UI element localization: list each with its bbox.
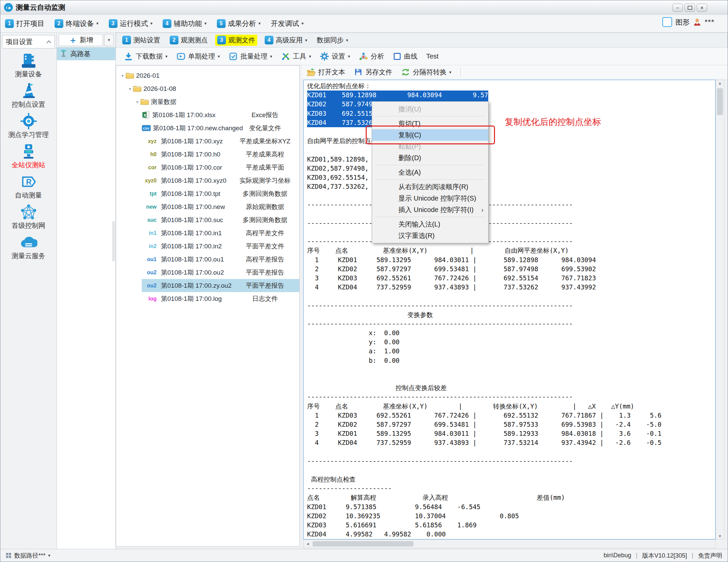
tree-file-body: suc第0108-1期 17:00.suc多测回测角数据 [142,213,299,226]
tree-file-row[interactable]: ou2第0108-1期 17:00.zy.ou2平面平差报告 [116,279,299,292]
project-panel-scrollbar[interactable] [112,221,115,261]
sidebar-item-control-point-setting[interactable]: 控制点设置 [0,82,57,112]
data-path-label[interactable]: 数据路径*** [14,552,45,560]
viewer-toolbar-button-delimiter-convert[interactable]: 分隔符转换▾ [401,68,452,77]
context-menu-item-hanzi-reselect[interactable]: 汉字重选(R) [372,230,488,241]
sidebar-header[interactable]: 项目设置 [2,35,55,48]
viewer-toolbar-button-open-text[interactable]: 打开文本 [306,68,345,77]
context-menu-item-select-all[interactable]: 全选(A) [372,167,488,178]
scroll-up-icon[interactable]: ▲ [716,81,724,85]
scroll-down-icon[interactable]: ▼ [716,534,724,538]
tree-folder-row[interactable]: ▾2026-01-08 [116,82,299,95]
tab-number-badge: 4 [265,36,273,44]
sidebar-item-point-learning[interactable]: 测点学习管理 [0,112,57,143]
tree-file-row[interactable]: in1第0108-1期 17:00.in1高程平差文件 [116,226,299,240]
toolbar-button-test[interactable]: Test [424,51,441,62]
sidebar-item-cloud-service[interactable]: 测量云服务 [0,234,57,264]
text-line: 1 KZD01 589.13295 984.03011 | 589.12898 … [307,255,715,265]
menu-item-open-project[interactable]: 1打开项目 [5,19,44,28]
tree-file-row[interactable]: log第0108-1期 17:00.log日志文件 [116,292,299,305]
scrollbar-corner [716,539,724,548]
tab-data-sync[interactable]: 数据同步▾ [315,35,351,46]
sidebar-item-auto-measure[interactable]: R自动测量 [0,173,57,203]
context-menu-item-close-ime[interactable]: 关闭输入法(L) [372,218,488,230]
toolbar-button-tools[interactable]: 工具▾ [278,50,314,62]
tree-file-row[interactable]: ou2第0108-1期 17:00.ou2平面平差报告 [116,266,299,279]
open-icon [306,68,316,76]
vertical-scroll-thumb[interactable] [717,88,723,115]
tree-file-row[interactable]: h0第0108-1期 17:00.h0平差成果高程 [116,148,299,161]
project-panel: ＋ 新增 ▼ 高路基 [57,33,116,549]
close-button[interactable]: × [697,4,707,12]
context-menu-item-delete[interactable]: 删除(D) [372,152,488,164]
context-menu-item-copy[interactable]: 复制(C) [372,129,488,141]
toolbar-button-curve[interactable]: 曲线 [390,50,420,62]
context-menu-item-cut[interactable]: 剪切(T) [372,118,488,129]
scroll-left-icon[interactable]: ◄ [304,542,312,546]
save-icon [354,68,363,76]
tree-expand-caret-icon[interactable]: ▾ [134,100,140,104]
horizontal-scroll-thumb[interactable] [312,541,413,547]
context-menu-label: 从右到左的阅读顺序(R) [398,182,468,191]
tree-file-row[interactable]: cor第0108-1期 17:00.cor平差成果平面 [116,161,299,174]
tab-observe-point[interactable]: 2观测测点 [168,35,210,46]
tree-folder-row[interactable]: ▾2026-01 [116,69,299,82]
text-line: 4 KZD04 737.52959 937.43893 | 737.53262 … [307,283,715,292]
text-viewer[interactable]: 优化后的控制点坐标：KZD01 589.12898 984.03094 9.57… [303,80,716,539]
sidebar-item-total-station[interactable]: 全站仪测站 [0,143,57,173]
tree-file-row[interactable]: new第0108-1期 17:00.new原始观测数据 [116,200,299,213]
add-dropdown-button[interactable]: ▼ [104,34,114,46]
toolbar-button-settings[interactable]: 设置▾ [317,50,353,62]
add-button[interactable]: ＋ 新增 [59,34,103,46]
context-menu-item-insert-unicode[interactable]: 插入 Unicode 控制字符(I)› [372,204,488,215]
tree-file-row[interactable]: in2第0108-1期 17:00.in2平面平差文件 [116,240,299,253]
graph-checkbox[interactable] [662,17,672,27]
tree-file-row[interactable]: CSV第0108-1期 17:00.new.changed变化量文件 [116,121,299,135]
device-icon [20,52,37,69]
toolbar-button-download-data[interactable]: 下载数据▾ [121,50,170,62]
project-item-gaolu-ji[interactable]: 高路基 [57,47,115,60]
tree-file-row[interactable]: suc第0108-1期 17:00.suc多测回测角数据 [116,213,299,226]
control-point-icon [20,82,37,100]
tree-folder-row[interactable]: ▾测量数据 [116,95,299,108]
sidebar-item-label: 首级控制网 [12,221,45,230]
tab-station-setting[interactable]: 1测站设置 [120,35,162,46]
toolbar-button-batch-process[interactable]: 批量处理▾ [226,50,275,62]
viewer-toolbar-button-save-as[interactable]: 另存文件 [354,68,392,77]
tab-observe-file[interactable]: 3观测文件 [215,35,257,46]
tree-expand-caret-icon[interactable]: ▾ [127,86,133,91]
tree-file-body: h0第0108-1期 17:00.h0平差成果高程 [142,148,299,161]
tab-advanced-app[interactable]: 4高级应用▾ [263,35,309,46]
menu-item-dev-debug[interactable]: 开发调试▾ [271,19,304,28]
dropdown-caret-icon: ▾ [204,21,207,26]
download-icon [124,52,133,61]
dropdown-caret-icon[interactable]: ▾ [48,553,51,558]
sidebar-item-primary-control-network[interactable]: 首级控制网 [0,203,57,234]
user-icon[interactable] [693,18,701,26]
tree-file-row[interactable]: xyz第0108-1期 17:00.xyz平差成果坐标XYZ [116,135,299,148]
minimize-button[interactable]: – [672,4,683,12]
toolbar-divider [460,68,461,76]
tree-file-row[interactable]: tpt第0108-1期 17:00.tpt多测回测角数据 [116,187,299,200]
tree-file-row[interactable]: X第0108-1期 17:00.xlsxExce报告 [116,108,299,121]
menu-item-result-analysis[interactable]: 5成果分析▾ [217,19,261,28]
tree-file-row[interactable]: ou1第0108-1期 17:00.ou1高程平差报告 [116,253,299,266]
tree-file-body: CSV第0108-1期 17:00.new.changed变化量文件 [142,121,299,135]
menu-item-terminal-device[interactable]: 2终端设备▾ [55,19,99,28]
sidebar-item-measure-device[interactable]: 测量设备 [0,52,57,82]
tree-file-row[interactable]: xyz0第0108-1期 17:00.xyz0实际观测学习坐标 [116,174,299,187]
maximize-button[interactable] [685,4,695,12]
menu-item-run-mode[interactable]: 3运行模式▾ [109,19,153,28]
context-menu-item-show-unicode[interactable]: 显示 Unicode 控制字符(S) [372,192,488,204]
vertical-scrollbar[interactable]: ▲ ▼ [716,80,724,539]
tree-expand-caret-icon[interactable]: ▾ [120,73,126,78]
single-icon [176,52,186,61]
toolbar-button-single-process[interactable]: 单期处理▾ [174,50,223,62]
tree-file-body: tpt第0108-1期 17:00.tpt多测回测角数据 [142,187,299,200]
menu-item-aux-function[interactable]: 4辅助功能▾ [163,19,207,28]
horizontal-scrollbar[interactable]: ◄ [303,539,716,548]
context-menu-label: 全选(A) [398,168,421,177]
context-menu-item-rtl-reading[interactable]: 从右到左的阅读顺序(R) [372,181,488,192]
toolbar-button-analysis[interactable]: 分析 [356,50,387,62]
status-item[interactable]: 免责声明 [698,552,722,560]
